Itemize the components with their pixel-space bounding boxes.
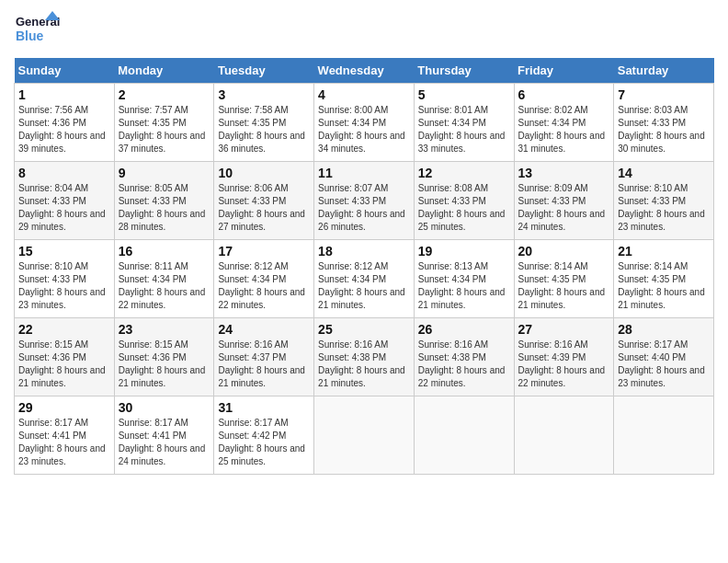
sunset-label: Sunset: 4:42 PM (218, 431, 286, 441)
sunset-label: Sunset: 4:40 PM (618, 352, 686, 362)
daylight-label: Daylight: 8 hours and 37 minutes. (119, 131, 206, 154)
cell-content: Sunrise: 8:14 AM Sunset: 4:35 PM Dayligh… (618, 260, 710, 312)
calendar-cell: 9 Sunrise: 8:05 AM Sunset: 4:33 PM Dayli… (114, 162, 214, 240)
day-number: 1 (18, 87, 110, 102)
day-number: 26 (418, 322, 510, 337)
sunset-label: Sunset: 4:38 PM (418, 352, 486, 362)
day-number: 9 (119, 166, 210, 180)
calendar-cell: 27 Sunrise: 8:16 AM Sunset: 4:39 PM Dayl… (514, 318, 614, 396)
sunrise-label: Sunrise: 8:12 AM (218, 261, 288, 271)
calendar-cell: 22 Sunrise: 8:15 AM Sunset: 4:36 PM Dayl… (15, 318, 115, 396)
calendar-cell: 31 Sunrise: 8:17 AM Sunset: 4:42 PM Dayl… (214, 396, 314, 475)
daylight-label: Daylight: 8 hours and 21 minutes. (618, 287, 705, 310)
day-number: 19 (418, 244, 510, 259)
daylight-label: Daylight: 8 hours and 22 minutes. (119, 287, 206, 310)
daylight-label: Daylight: 8 hours and 21 minutes. (318, 365, 405, 388)
daylight-label: Daylight: 8 hours and 29 minutes. (18, 209, 106, 232)
calendar-cell: 26 Sunrise: 8:16 AM Sunset: 4:38 PM Dayl… (414, 318, 514, 396)
sunset-label: Sunset: 4:36 PM (119, 352, 187, 362)
calendar-cell: 16 Sunrise: 8:11 AM Sunset: 4:34 PM Dayl… (114, 240, 214, 318)
cell-content: Sunrise: 8:04 AM Sunset: 4:33 PM Dayligh… (18, 182, 110, 234)
sunset-label: Sunset: 4:34 PM (119, 274, 187, 284)
week-row-3: 15 Sunrise: 8:10 AM Sunset: 4:33 PM Dayl… (15, 240, 714, 318)
col-header-thursday: Thursday (414, 58, 514, 84)
day-number: 28 (618, 322, 710, 337)
cell-content: Sunrise: 8:05 AM Sunset: 4:33 PM Dayligh… (119, 182, 210, 234)
calendar-cell: 8 Sunrise: 8:04 AM Sunset: 4:33 PM Dayli… (15, 162, 115, 240)
day-number: 12 (418, 166, 510, 180)
cell-content: Sunrise: 8:17 AM Sunset: 4:41 PM Dayligh… (18, 417, 110, 468)
daylight-label: Daylight: 8 hours and 23 minutes. (618, 209, 705, 232)
day-number: 18 (318, 244, 410, 259)
week-row-2: 8 Sunrise: 8:04 AM Sunset: 4:33 PM Dayli… (15, 162, 714, 240)
daylight-label: Daylight: 8 hours and 23 minutes. (618, 365, 705, 388)
sunrise-label: Sunrise: 8:08 AM (418, 183, 488, 193)
page-header: General Blue (14, 9, 714, 51)
week-row-4: 22 Sunrise: 8:15 AM Sunset: 4:36 PM Dayl… (15, 318, 714, 396)
day-number: 25 (318, 322, 410, 337)
sunset-label: Sunset: 4:33 PM (18, 196, 86, 206)
daylight-label: Daylight: 8 hours and 21 minutes. (218, 365, 305, 388)
sunset-label: Sunset: 4:33 PM (518, 196, 586, 206)
day-number: 16 (119, 244, 210, 259)
sunset-label: Sunset: 4:33 PM (218, 196, 286, 206)
day-number: 29 (18, 400, 110, 415)
cell-content: Sunrise: 7:58 AM Sunset: 4:35 PM Dayligh… (218, 104, 310, 155)
sunrise-label: Sunrise: 8:16 AM (518, 339, 588, 350)
sunrise-label: Sunrise: 8:14 AM (518, 261, 588, 271)
calendar-cell: 10 Sunrise: 8:06 AM Sunset: 4:33 PM Dayl… (214, 162, 314, 240)
daylight-label: Daylight: 8 hours and 21 minutes. (119, 365, 206, 388)
day-number: 5 (418, 87, 510, 102)
sunrise-label: Sunrise: 8:03 AM (618, 105, 688, 115)
calendar-cell: 13 Sunrise: 8:09 AM Sunset: 4:33 PM Dayl… (514, 162, 614, 240)
sunset-label: Sunset: 4:35 PM (218, 118, 286, 128)
daylight-label: Daylight: 8 hours and 24 minutes. (119, 443, 206, 466)
sunrise-label: Sunrise: 8:01 AM (418, 105, 488, 115)
sunset-label: Sunset: 4:33 PM (418, 196, 486, 206)
calendar-cell: 30 Sunrise: 8:17 AM Sunset: 4:41 PM Dayl… (114, 396, 214, 475)
day-number: 22 (18, 322, 110, 337)
daylight-label: Daylight: 8 hours and 33 minutes. (418, 131, 506, 154)
sunset-label: Sunset: 4:36 PM (18, 118, 86, 128)
daylight-label: Daylight: 8 hours and 27 minutes. (218, 209, 305, 232)
day-number: 3 (218, 87, 310, 102)
cell-content: Sunrise: 8:11 AM Sunset: 4:34 PM Dayligh… (119, 260, 210, 312)
cell-content: Sunrise: 8:15 AM Sunset: 4:36 PM Dayligh… (18, 339, 110, 390)
sunset-label: Sunset: 4:37 PM (218, 352, 286, 362)
day-number: 27 (518, 322, 610, 337)
sunset-label: Sunset: 4:34 PM (418, 274, 486, 284)
cell-content: Sunrise: 8:14 AM Sunset: 4:35 PM Dayligh… (518, 260, 610, 312)
cell-content: Sunrise: 8:12 AM Sunset: 4:34 PM Dayligh… (318, 260, 410, 312)
sunset-label: Sunset: 4:38 PM (318, 352, 386, 362)
calendar-cell: 23 Sunrise: 8:15 AM Sunset: 4:36 PM Dayl… (114, 318, 214, 396)
sunrise-label: Sunrise: 8:10 AM (18, 261, 88, 271)
calendar-cell: 5 Sunrise: 8:01 AM Sunset: 4:34 PM Dayli… (414, 84, 514, 162)
sunrise-label: Sunrise: 8:12 AM (318, 261, 388, 271)
cell-content: Sunrise: 8:00 AM Sunset: 4:34 PM Dayligh… (318, 104, 410, 155)
week-row-1: 1 Sunrise: 7:56 AM Sunset: 4:36 PM Dayli… (15, 84, 714, 162)
cell-content: Sunrise: 8:17 AM Sunset: 4:41 PM Dayligh… (119, 417, 210, 468)
day-number: 2 (119, 87, 210, 102)
sunrise-label: Sunrise: 8:17 AM (618, 339, 688, 350)
sunrise-label: Sunrise: 8:00 AM (318, 105, 388, 115)
calendar-cell: 3 Sunrise: 7:58 AM Sunset: 4:35 PM Dayli… (214, 84, 314, 162)
day-number: 14 (618, 166, 710, 180)
day-number: 8 (18, 166, 110, 180)
cell-content: Sunrise: 8:16 AM Sunset: 4:39 PM Dayligh… (518, 339, 610, 390)
day-number: 11 (318, 166, 410, 180)
cell-content: Sunrise: 8:12 AM Sunset: 4:34 PM Dayligh… (218, 260, 310, 312)
cell-content: Sunrise: 7:56 AM Sunset: 4:36 PM Dayligh… (18, 104, 110, 155)
calendar-cell: 11 Sunrise: 8:07 AM Sunset: 4:33 PM Dayl… (314, 162, 415, 240)
daylight-label: Daylight: 8 hours and 36 minutes. (218, 131, 305, 154)
day-number: 10 (218, 166, 310, 180)
sunset-label: Sunset: 4:33 PM (618, 196, 686, 206)
daylight-label: Daylight: 8 hours and 22 minutes. (418, 365, 506, 388)
daylight-label: Daylight: 8 hours and 23 minutes. (18, 287, 106, 310)
calendar-cell: 20 Sunrise: 8:14 AM Sunset: 4:35 PM Dayl… (514, 240, 614, 318)
cell-content: Sunrise: 8:17 AM Sunset: 4:40 PM Dayligh… (618, 339, 710, 390)
calendar-cell (314, 396, 415, 475)
sunrise-label: Sunrise: 8:02 AM (518, 105, 588, 115)
cell-content: Sunrise: 8:01 AM Sunset: 4:34 PM Dayligh… (418, 104, 510, 155)
day-number: 24 (218, 322, 310, 337)
sunset-label: Sunset: 4:39 PM (518, 352, 586, 362)
